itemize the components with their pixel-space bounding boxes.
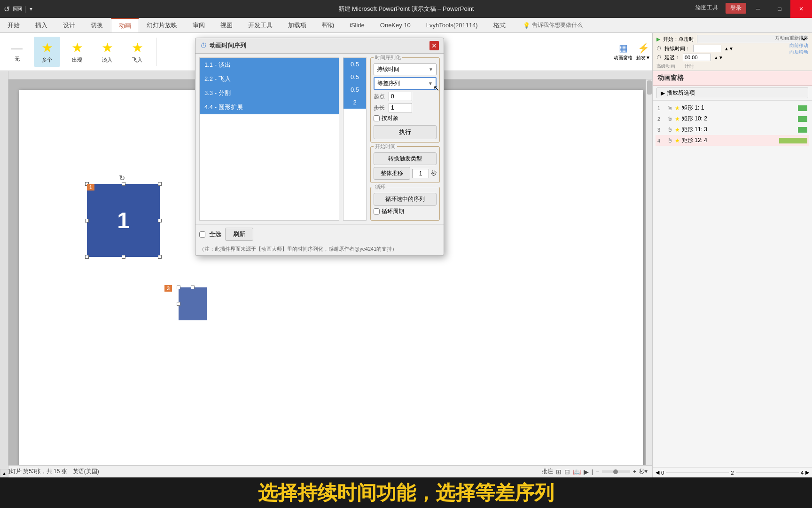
tab-developer[interactable]: 开发工具 xyxy=(241,18,281,32)
loop-period-checkbox[interactable] xyxy=(374,208,380,214)
cursor-icon: ↖ xyxy=(433,84,439,93)
tab-onekey[interactable]: OneKey 10 xyxy=(373,18,419,32)
handle-bottomleft[interactable] xyxy=(85,255,89,259)
trigger-btn[interactable]: ⚡ 触发▼ xyxy=(636,42,650,61)
duration-list: 0.5 0.5 0.5 2 xyxy=(343,57,367,221)
handle-bottom[interactable] xyxy=(122,255,125,259)
undo-icon[interactable]: ⌨ xyxy=(13,5,22,13)
property-dropdown[interactable]: 持续时间 ▼ xyxy=(374,64,437,75)
list-item-4[interactable]: 4.4 - 圆形扩展 xyxy=(200,100,339,114)
handle-p-tc[interactable] xyxy=(191,286,195,289)
delay-input[interactable] xyxy=(683,54,711,61)
duration-spinner[interactable]: ▲▼ xyxy=(724,46,734,51)
duration-1[interactable]: 0.5 xyxy=(344,58,366,71)
anim-name-2[interactable]: 矩形 10: 2 xyxy=(682,115,796,123)
animation-pane-title: 动画窗格 xyxy=(657,74,684,81)
tab-addins[interactable]: 加载项 xyxy=(281,18,314,32)
handle-topright[interactable] xyxy=(158,182,162,186)
tab-view[interactable]: 视图 xyxy=(213,18,241,32)
start-field-input[interactable] xyxy=(389,92,412,101)
tell-me-box[interactable]: 💡 告诉我你想要做什么 xyxy=(514,18,812,32)
login-button[interactable]: 登录 xyxy=(726,3,746,14)
appear-label: 出现 xyxy=(72,56,82,64)
handle-p-tl[interactable] xyxy=(177,286,180,289)
tab-format[interactable]: 格式 xyxy=(486,18,514,32)
handle-top[interactable] xyxy=(122,182,125,186)
close-button[interactable]: ✕ xyxy=(790,0,812,18)
refresh-icon[interactable]: ↺ xyxy=(4,5,10,14)
bottom-banner: 选择持续时间功能，选择等差序列 xyxy=(0,477,812,508)
minimize-button[interactable]: ─ xyxy=(747,0,769,18)
zoom-thumb[interactable] xyxy=(613,469,618,474)
comment-btn[interactable]: 批注 xyxy=(542,468,553,476)
slide-sorter-btn[interactable]: ⊟ xyxy=(564,468,570,476)
list-item-1[interactable]: 1.1 - 淡出 xyxy=(200,58,339,72)
tab-insert[interactable]: 插入 xyxy=(28,18,55,32)
exec-btn[interactable]: 执行 xyxy=(374,125,437,139)
loop-selected-btn[interactable]: 循环选中的序列 xyxy=(374,193,437,206)
tab-help[interactable]: 帮助 xyxy=(314,18,342,32)
status-bar: 幻灯片 第53张，共 15 张 英语(美国) 批注 ⊞ ⊟ 📖 ▶ | − + … xyxy=(0,465,652,477)
shift-value-input[interactable] xyxy=(412,169,429,178)
animation-none-btn[interactable]: — 无 xyxy=(4,37,30,67)
maximize-button[interactable]: □ xyxy=(769,0,790,18)
timeline-arrow-right[interactable]: ▶ xyxy=(805,469,809,476)
tab-lvyh[interactable]: LvyhTools(201114) xyxy=(419,18,486,32)
tab-animations[interactable]: 动画 xyxy=(111,18,139,32)
tab-review[interactable]: 审阅 xyxy=(185,18,213,32)
animation-fadein-btn[interactable]: ★ 淡入 xyxy=(94,37,120,67)
shift-btn[interactable]: 整体推移 xyxy=(374,167,410,180)
handle-right[interactable] xyxy=(158,219,162,222)
scroll-up-btn[interactable]: ▲ xyxy=(0,469,8,477)
step-field-input[interactable] xyxy=(389,103,412,112)
anim-name-3[interactable]: 矩形 11: 3 xyxy=(682,126,796,134)
switch-trigger-btn[interactable]: 转换触发类型 xyxy=(374,152,437,165)
duration-2[interactable]: 0.5 xyxy=(344,71,366,83)
move-earlier-btn[interactable]: 向前移动 xyxy=(775,42,808,49)
normal-view-btn[interactable]: ⊞ xyxy=(556,468,562,476)
object-checkbox[interactable] xyxy=(374,115,380,121)
tab-slideshow[interactable]: 幻灯片放映 xyxy=(139,18,185,32)
duration-4[interactable]: 2 xyxy=(344,96,366,109)
shape-partial[interactable] xyxy=(179,287,207,320)
handle-p-ml[interactable] xyxy=(177,302,180,306)
timeline-arrow-left[interactable]: ◀ xyxy=(656,469,659,476)
tab-transitions[interactable]: 切换 xyxy=(83,18,111,32)
handle-left[interactable] xyxy=(85,219,89,222)
tab-design[interactable]: 设计 xyxy=(55,18,83,32)
select-all-checkbox[interactable] xyxy=(199,231,205,238)
shape-blue-rect[interactable]: 1 xyxy=(87,184,160,257)
zoom-out[interactable]: − xyxy=(596,468,599,475)
divider: | xyxy=(592,468,593,475)
animation-flyin-btn[interactable]: ★ 飞入 xyxy=(124,37,150,67)
duration-input[interactable] xyxy=(693,45,721,52)
modal-close-btn[interactable]: ✕ xyxy=(429,41,439,50)
move-later-btn[interactable]: 向后移动 xyxy=(775,49,808,56)
slideshow-btn[interactable]: ▶ xyxy=(584,468,589,476)
animation-appear-btn[interactable]: ★ 出现 xyxy=(64,37,90,67)
sequence-dropdown[interactable]: 等差序列 ▼ xyxy=(374,77,437,90)
anim-name-4[interactable]: 矩形 12: 4 xyxy=(682,136,777,144)
zoom-in[interactable]: + xyxy=(633,468,636,475)
duration-3[interactable]: 0.5 xyxy=(344,83,366,96)
tab-islide[interactable]: iSlide xyxy=(342,18,373,32)
animation-pane-btn[interactable]: ▦ 动画窗格 xyxy=(614,42,632,61)
list-item-3[interactable]: 3.3 - 分割 xyxy=(200,86,339,100)
drawing-tools-label: 绘图工具 xyxy=(695,4,718,12)
reading-view-btn[interactable]: 📖 xyxy=(573,468,581,476)
modal-bottom: 全选 刷新 xyxy=(195,224,444,244)
scroll-thumb-v[interactable] xyxy=(647,80,652,95)
play-all-btn[interactable]: ▶ 播放所选项 xyxy=(656,87,808,98)
customize-icon[interactable]: ▾ xyxy=(30,6,32,12)
rotate-handle[interactable]: ↻ xyxy=(119,174,125,183)
tab-home[interactable]: 开始 xyxy=(0,18,28,32)
delay-spinner[interactable]: ▲▼ xyxy=(714,55,723,60)
zoom-slider[interactable] xyxy=(602,470,630,473)
anim-num-4: 4 xyxy=(657,138,665,143)
refresh-btn[interactable]: 刷新 xyxy=(225,228,253,241)
anim-name-1[interactable]: 矩形 1: 1 xyxy=(682,104,796,112)
handle-bottomright[interactable] xyxy=(158,255,162,259)
slide-scrollbar-v[interactable] xyxy=(646,79,652,469)
animation-multiple-btn[interactable]: ★ 多个 xyxy=(34,37,60,67)
list-item-2[interactable]: 2.2 - 飞入 xyxy=(200,72,339,86)
